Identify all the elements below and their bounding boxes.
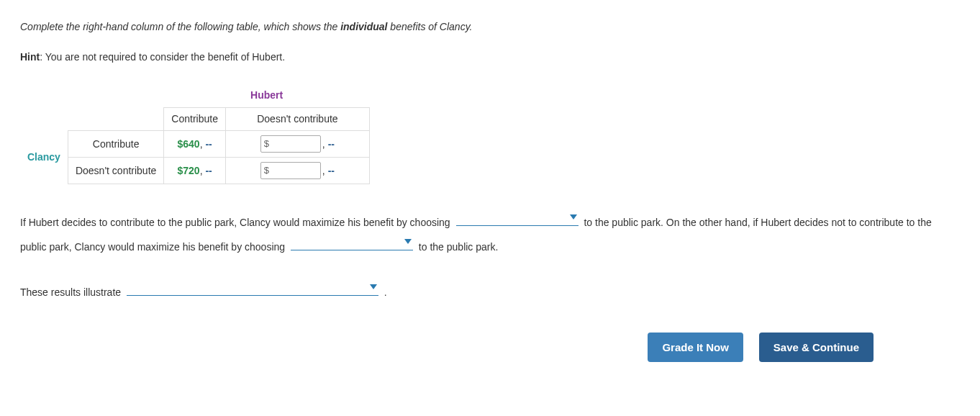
chevron-down-icon [570,214,577,220]
instruction-post: benefits of Clancy. [387,21,472,32]
payoff-dash: -- [205,138,212,150]
dropdown-choice-3[interactable] [127,280,378,296]
grade-it-now-button[interactable]: Grade It Now [648,333,743,362]
dropdown-choice-1[interactable] [456,210,579,226]
payoff-table: Hubert Contribute Doesn't contribute Cla… [20,84,960,184]
hint-body: : You are not required to consider the b… [40,51,285,63]
fill-in-paragraph-1: If Hubert decides to contribute to the p… [20,210,960,258]
hint-label: Hint [20,51,40,63]
row-player-label: Clancy [20,131,68,184]
col-header-doesnt-contribute: Doesn't contribute [225,107,369,131]
action-button-row: Grade It Now Save & Continue [20,333,960,362]
payoff-dash: -- [328,138,335,150]
instruction-bold: individual [340,21,387,32]
row-header-doesnt-contribute: Doesn't contribute [68,158,163,184]
column-player-label: Hubert [164,84,370,107]
chevron-down-icon [370,284,377,289]
row-header-contribute: Contribute [68,131,163,158]
cell-contribute-doesnt: $ , -- [225,131,369,158]
instruction-text: Complete the right-hand column of the fo… [20,20,960,35]
payoff-input-r2c2[interactable] [260,162,321,179]
dropdown-choice-2[interactable] [291,235,413,250]
chevron-down-icon [404,239,412,244]
instruction-pre: Complete the right-hand column of the fo… [20,21,340,32]
hint-text: Hint: You are not required to consider t… [20,50,960,65]
col-header-contribute: Contribute [164,107,226,131]
payoff-dash: -- [205,165,212,176]
payoff-value: $720 [177,165,199,176]
fill-in-paragraph-2: These results illustrate . [20,280,960,304]
cell-doesnt-doesnt: $ , -- [225,158,369,184]
payoff-input-r1c2[interactable] [260,135,321,153]
save-continue-button[interactable]: Save & Continue [759,333,874,362]
payoff-dash: -- [328,165,335,176]
cell-contribute-contribute: $640, -- [164,131,226,158]
payoff-value: $640 [177,138,199,150]
cell-doesnt-contribute: $720, -- [164,158,226,184]
